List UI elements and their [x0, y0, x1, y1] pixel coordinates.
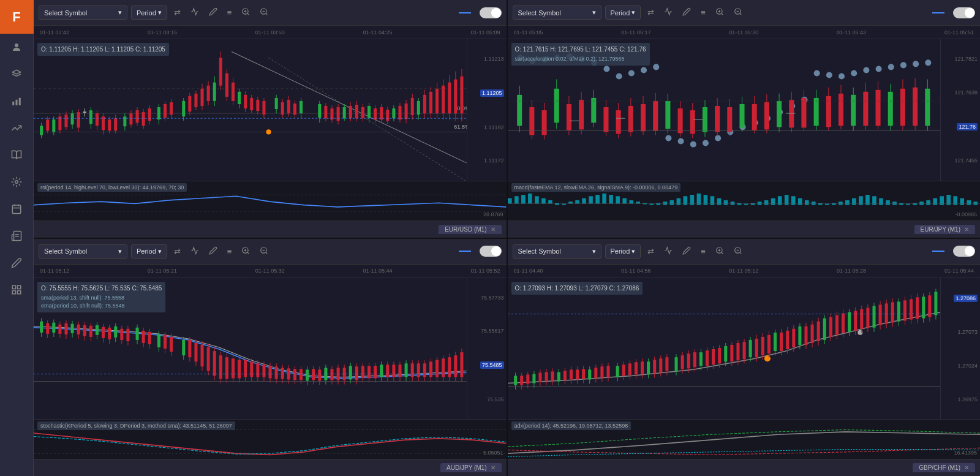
svg-rect-345 [960, 198, 964, 205]
zoom-in-btn-2[interactable] [712, 6, 727, 20]
chart-tab-gbpchf[interactable]: GBP/CHF (M1) ✕ [913, 463, 975, 472]
chart-tab-eurusd[interactable]: EUR/USD (M1) ✕ [439, 225, 501, 234]
zoom-in-btn-1[interactable] [238, 6, 253, 20]
svg-rect-325 [825, 203, 829, 205]
svg-point-0 [15, 43, 18, 47]
svg-line-1 [12, 74, 17, 76]
line-indicator-1 [459, 12, 471, 13]
swap-btn-3[interactable]: ⇄ [171, 245, 184, 258]
sidebar-item-charts[interactable] [4, 89, 29, 113]
draw-btn-2[interactable] [679, 6, 694, 20]
indicators-btn-1[interactable]: ≡ [224, 6, 235, 19]
svg-rect-294 [616, 196, 620, 203]
sidebar-item-trending[interactable] [4, 116, 29, 140]
swap-btn-2[interactable]: ⇄ [644, 6, 657, 19]
symbol-select-3[interactable]: Select Symbol ▾ [39, 244, 127, 259]
period-btn-3[interactable]: Period ▾ [131, 244, 167, 259]
svg-point-199 [875, 66, 881, 72]
svg-rect-16 [18, 291, 21, 294]
draw-btn-3[interactable] [206, 244, 221, 259]
chart-type-btn-1[interactable] [187, 6, 202, 20]
symbol-select-1[interactable]: Select Symbol ▾ [39, 6, 127, 20]
svg-rect-284 [548, 200, 552, 203]
symbol-label-1: Select Symbol [44, 9, 87, 17]
svg-rect-280 [521, 195, 526, 203]
chart-area-3[interactable]: O: 75.5555 H: 75.5625 L: 75.535 C: 75.54… [34, 278, 507, 420]
svg-point-196 [838, 74, 844, 80]
indicators-btn-3[interactable]: ≡ [224, 245, 235, 258]
swap-btn-4[interactable]: ⇄ [644, 245, 657, 258]
symbol-select-4[interactable]: Select Symbol ▾ [513, 244, 601, 259]
chart-toolbar-3: Select Symbol ▾ Period ▾ ⇄ ≡ [34, 239, 507, 265]
sidebar-item-news[interactable] [4, 224, 29, 248]
zoom-out-btn-1[interactable] [257, 6, 271, 20]
svg-point-198 [863, 67, 869, 73]
app-logo[interactable]: F [0, 0, 34, 34]
toggle-4[interactable] [953, 246, 975, 257]
zoom-out-btn-4[interactable] [731, 244, 745, 259]
chart-area-2[interactable]: O: 121.7615 H: 121.7695 L: 121.7455 C: 1… [508, 39, 981, 181]
indicators-btn-4[interactable]: ≡ [698, 245, 709, 258]
symbol-select-2[interactable]: Select Symbol ▾ [513, 6, 601, 20]
tab-close-1[interactable]: ✕ [491, 226, 496, 233]
sidebar-item-grid[interactable] [4, 278, 29, 302]
chart-panel-eurusd: Select Symbol ▾ Period ▾ ⇄ ≡ [34, 0, 507, 238]
tab-close-2[interactable]: ✕ [964, 226, 969, 233]
sidebar-item-user[interactable] [4, 35, 29, 59]
sidebar-item-tools[interactable] [4, 170, 29, 194]
svg-rect-303 [676, 198, 680, 205]
toggle-3[interactable] [480, 246, 502, 257]
svg-rect-323 [811, 202, 815, 205]
period-btn-1[interactable]: Period ▾ [131, 6, 167, 20]
svg-rect-313 [744, 203, 748, 205]
svg-rect-347 [973, 202, 978, 205]
svg-rect-295 [622, 198, 627, 203]
svg-rect-302 [669, 200, 674, 205]
period-btn-2[interactable]: Period ▾ [605, 6, 641, 20]
indicators-btn-2[interactable]: ≡ [698, 6, 709, 19]
sidebar-item-calendar[interactable] [4, 197, 29, 221]
svg-rect-292 [602, 193, 606, 203]
chart-area-4[interactable]: O: 1.27093 H: 1.27093 L: 1.27079 C: 1.27… [508, 278, 981, 420]
zoom-in-btn-3[interactable] [238, 244, 253, 259]
sidebar-item-draw[interactable] [4, 251, 29, 275]
tab-close-3[interactable]: ✕ [491, 464, 496, 471]
chart-type-btn-3[interactable] [187, 244, 202, 259]
svg-rect-316 [764, 200, 768, 205]
chart-type-btn-2[interactable] [661, 6, 676, 20]
chart-tab-eurjpy[interactable]: EUR/JPY (M1) ✕ [914, 225, 975, 234]
svg-point-185 [702, 140, 708, 146]
draw-btn-1[interactable] [206, 6, 221, 20]
chart-toolbar-2: Select Symbol ▾ Period ▾ ⇄ ≡ [508, 0, 981, 26]
toggle-1[interactable] [480, 7, 502, 18]
svg-point-180 [640, 67, 646, 73]
time-bar-3: 01-11 05:12 01-11 05:21 01-11 05:32 01-1… [34, 265, 507, 278]
chart-info-1: O: 1.11205 H: 1.11205 L: 1.11205 C: 1.11… [37, 43, 169, 56]
svg-rect-315 [757, 202, 761, 205]
chart-grid: Select Symbol ▾ Period ▾ ⇄ ≡ [34, 0, 980, 476]
period-btn-4[interactable]: Period ▾ [605, 244, 641, 259]
svg-rect-346 [967, 200, 971, 205]
svg-rect-335 [892, 202, 897, 205]
chart-type-btn-4[interactable] [661, 244, 676, 259]
tab-close-4[interactable]: ✕ [964, 464, 969, 471]
indicator-panel-1: rsi(period 14, highLevel 70, lowLevel 30… [34, 181, 507, 221]
zoom-out-btn-3[interactable] [257, 244, 271, 259]
draw-btn-4[interactable] [679, 244, 694, 259]
chart-tab-audjpy[interactable]: AUD/JPY (M1) ✕ [440, 463, 501, 472]
sidebar-item-balance[interactable] [4, 62, 29, 86]
toggle-2[interactable] [953, 7, 975, 18]
zoom-in-btn-4[interactable] [712, 244, 727, 259]
chart-area-1[interactable]: O: 1.11205 H: 1.11205 L: 1.11205 C: 1.11… [34, 39, 507, 181]
svg-rect-311 [730, 202, 734, 205]
chart-panel-eurjpy: Select Symbol ▾ Period ▾ ⇄ ≡ [508, 0, 981, 238]
swap-btn-1[interactable]: ⇄ [171, 6, 184, 19]
indicator-panel-2: macd(fasteEMA 12, slowEMA 26, signalSMA … [508, 181, 981, 221]
svg-rect-281 [528, 193, 532, 203]
price-axis-1: 1.11213 1.11205 1.11192 1.11172 [467, 39, 507, 181]
sidebar-item-education[interactable] [4, 143, 29, 167]
zoom-out-btn-2[interactable] [731, 6, 745, 20]
svg-point-202 [913, 61, 919, 67]
svg-point-200 [888, 64, 894, 70]
rsi-info-1: rsi(period 14, highLevel 70, lowLevel 30… [37, 183, 187, 192]
